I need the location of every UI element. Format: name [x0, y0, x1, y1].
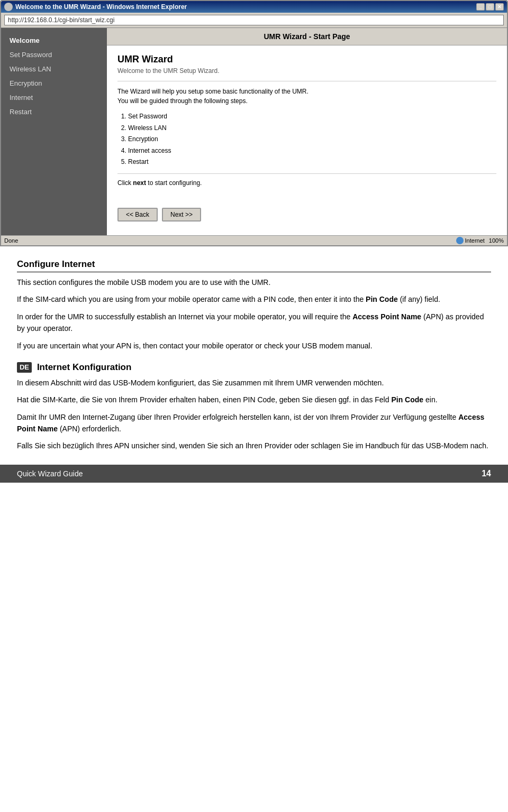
footer-label: Quick Wizard Guide	[17, 469, 83, 478]
browser-titlebar: Welcome to the UMR Wizard - Windows Inte…	[1, 1, 507, 13]
browser-icon	[4, 3, 13, 11]
status-right: Internet 100%	[456, 237, 504, 244]
doc-content: Configure Internet This section configur…	[0, 246, 508, 452]
browser-window: Welcome to the UMR Wizard - Windows Inte…	[0, 0, 508, 246]
globe-icon	[456, 237, 464, 244]
step-5: Restart	[128, 156, 496, 168]
click-note-bold: next	[133, 179, 146, 187]
de-para-4: Falls Sie sich bezüglich Ihres APN unsic…	[17, 440, 491, 451]
de-section: DE Internet Konfiguration In diesem Absc…	[17, 362, 491, 452]
step-2: Wireless LAN	[128, 123, 496, 134]
footer-page-number: 14	[482, 469, 491, 478]
back-button[interactable]: << Back	[117, 208, 158, 222]
sidebar-item-internet[interactable]: Internet	[1, 90, 107, 105]
content-header: UMR Wizard - Start Page	[107, 28, 507, 45]
next-button[interactable]: Next >>	[162, 208, 201, 222]
wizard-title: UMR Wizard	[117, 54, 496, 65]
sidebar-item-wireless-lan[interactable]: Wireless LAN	[1, 62, 107, 76]
page-footer: Quick Wizard Guide 14	[0, 465, 508, 483]
de-para-1: In diesem Abschnitt wird das USB-Modem k…	[17, 377, 491, 389]
browser-content: Welcome Set Password Wireless LAN Encryp…	[1, 27, 507, 235]
address-text: http://192.168.0.1/cgi-bin/start_wiz.cgi	[8, 16, 114, 24]
status-left: Done	[4, 237, 18, 244]
status-bar: Done Internet 100%	[1, 235, 507, 245]
restore-button[interactable]: □	[486, 3, 494, 11]
doc-para-2: If the SIM-card which you are using from…	[17, 293, 491, 305]
sidebar: Welcome Set Password Wireless LAN Encryp…	[1, 28, 107, 235]
doc-para-1: This section configures the mobile USB m…	[17, 276, 491, 288]
address-bar[interactable]: http://192.168.0.1/cgi-bin/start_wiz.cgi	[4, 15, 504, 25]
close-button[interactable]: ✕	[495, 3, 504, 11]
sidebar-item-set-password[interactable]: Set Password	[1, 48, 107, 62]
button-row: << Back Next >>	[117, 208, 496, 227]
click-note: Click next to start configuring.	[117, 179, 496, 187]
wizard-subtitle: Welcome to the UMR Setup Wizard.	[117, 67, 496, 75]
main-content: UMR Wizard - Start Page UMR Wizard Welco…	[107, 28, 507, 235]
browser-title: Welcome to the UMR Wizard - Windows Inte…	[15, 3, 187, 11]
divider-1	[117, 81, 496, 81]
sidebar-item-encryption[interactable]: Encryption	[1, 76, 107, 90]
content-body: UMR Wizard Welcome to the UMR Setup Wiza…	[107, 45, 507, 235]
sidebar-item-restart[interactable]: Restart	[1, 105, 107, 119]
step-4: Internet access	[128, 145, 496, 157]
step-3: Encryption	[128, 134, 496, 145]
de-para-3: Damit Ihr UMR den Internet-Zugang über I…	[17, 411, 491, 435]
status-zone: Internet	[465, 237, 485, 244]
steps-list: Set Password Wireless LAN Encryption Int…	[128, 111, 496, 168]
de-title-row: DE Internet Konfiguration	[17, 362, 491, 373]
de-badge: DE	[17, 362, 32, 373]
de-section-title: Internet Konfiguration	[37, 362, 131, 372]
de-apn-bold: Access Point Name	[17, 413, 484, 433]
pin-code-bold: Pin Code	[366, 295, 398, 303]
divider-2	[117, 173, 496, 174]
status-internet: Internet	[456, 237, 485, 244]
status-zoom: 100%	[489, 237, 504, 244]
de-pin-bold: Pin Code	[391, 395, 423, 404]
sidebar-item-welcome[interactable]: Welcome	[1, 33, 107, 48]
step-1: Set Password	[128, 111, 496, 123]
doc-para-3: In order for the UMR to successfully est…	[17, 311, 491, 335]
de-para-2: Hat die SIM-Karte, die Sie von Ihrem Pro…	[17, 394, 491, 405]
wizard-info: The Wizard will help you setup some basi…	[117, 87, 496, 106]
window-controls[interactable]: _ □ ✕	[476, 3, 504, 11]
doc-section-title: Configure Internet	[17, 259, 491, 272]
doc-para-4: If you are uncertain what your APN is, t…	[17, 340, 491, 352]
minimize-button[interactable]: _	[476, 3, 485, 11]
apn-bold: Access Point Name	[352, 312, 421, 321]
